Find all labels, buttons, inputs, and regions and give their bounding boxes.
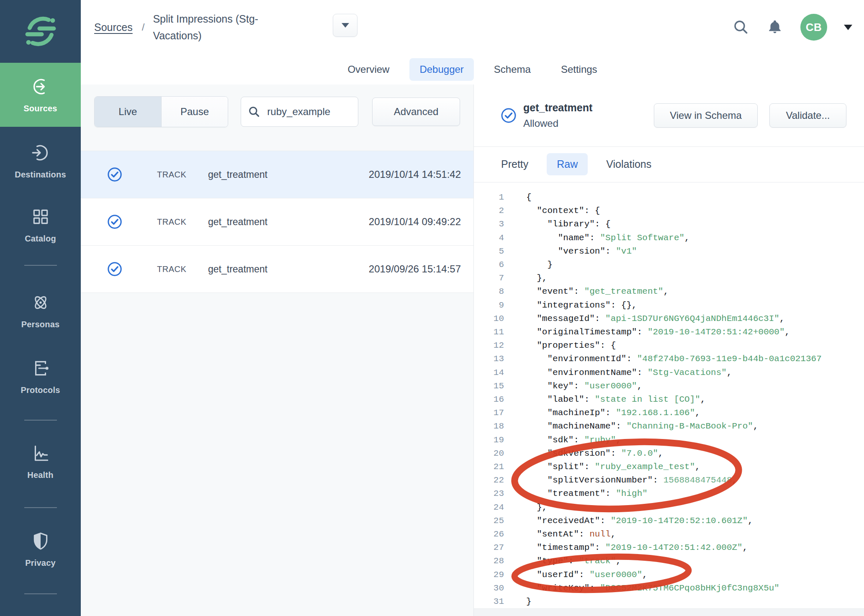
event-name: get_treatment xyxy=(208,169,369,180)
code-line: 17 "machineIp": "192.168.1.106", xyxy=(474,406,864,420)
search-icon[interactable] xyxy=(733,19,749,36)
code-line: 30 "writeKey": "D0C52M2K75TM6CPqo8bHKj0f… xyxy=(474,582,864,595)
event-type: TRACK xyxy=(157,170,195,180)
event-type: TRACK xyxy=(157,217,195,227)
event-row[interactable]: TRACKget_treatment2019/10/14 14:51:42 xyxy=(81,151,473,198)
check-circle-icon xyxy=(107,167,123,182)
line-number: 22 xyxy=(474,474,504,487)
panel-footer-strip xyxy=(474,608,864,616)
chevron-down-icon xyxy=(342,23,349,28)
event-type: TRACK xyxy=(157,264,195,274)
sidebar-divider xyxy=(24,507,57,508)
line-number: 31 xyxy=(474,595,504,608)
sidebar-item-label: Sources xyxy=(0,104,81,113)
code-line: 8 "event": "get_treatment", xyxy=(474,285,864,298)
code-line: 24 }, xyxy=(474,501,864,514)
code-line: 4 "name": "Split Software", xyxy=(474,231,864,245)
line-number: 1 xyxy=(474,191,504,204)
avatar[interactable]: CB xyxy=(800,14,827,41)
event-name: get_treatment xyxy=(208,216,369,228)
sidebar-item-privacy[interactable]: Privacy xyxy=(0,518,81,577)
header-actions: CB xyxy=(733,0,852,54)
tab-settings[interactable]: Settings xyxy=(551,58,607,81)
account-menu-caret-icon[interactable] xyxy=(844,25,852,30)
code-line: 18 "machineName": "Channing-B-MacBook-Pr… xyxy=(474,420,864,433)
code-line: 26 "sentAt": null, xyxy=(474,528,864,541)
code-line: 5 "version": "v1" xyxy=(474,245,864,258)
payload-tab-pretty[interactable]: Pretty xyxy=(491,153,538,175)
code-line: 31} xyxy=(474,595,864,608)
catalog-icon xyxy=(31,207,50,226)
advanced-button[interactable]: Advanced xyxy=(372,98,460,126)
event-name: get_treatment xyxy=(523,102,592,114)
line-number: 11 xyxy=(474,326,504,339)
validate-button[interactable]: Validate... xyxy=(769,103,846,128)
event-timestamp: 2019/09/26 15:14:57 xyxy=(369,263,461,275)
line-number: 23 xyxy=(474,487,504,501)
code-line: 3 "library": { xyxy=(474,218,864,231)
privacy-icon xyxy=(31,531,50,551)
live-toggle-button[interactable]: Live xyxy=(95,97,161,127)
sidebar-item-destinations[interactable]: Destinations xyxy=(0,130,81,188)
sidebar-item-health[interactable]: Health xyxy=(0,430,81,489)
line-number: 20 xyxy=(474,447,504,460)
sidebar-item-label: Catalog xyxy=(0,234,81,244)
code-line: 2 "context": { xyxy=(474,204,864,218)
code-line: 19 "sdk": "ruby", xyxy=(474,434,864,447)
line-number: 7 xyxy=(474,272,504,285)
sidebar-item-protocols[interactable]: Protocols xyxy=(0,345,81,404)
code-line: 28 "type": "track", xyxy=(474,554,864,568)
sidebar-item-label: Privacy xyxy=(0,558,81,568)
sidebar-divider xyxy=(24,420,57,421)
bell-icon[interactable] xyxy=(766,18,784,36)
view-in-schema-button[interactable]: View in Schema xyxy=(654,103,758,128)
raw-json-viewer[interactable]: 1{2 "context": {3 "library": {4 "name": … xyxy=(474,182,864,609)
sidebar: SourcesDestinationsCatalogPersonasProtoc… xyxy=(0,0,81,616)
sidebar-item-personas[interactable]: Personas xyxy=(0,280,81,338)
code-line: 20 "sdkVersion": "7.0.0", xyxy=(474,447,864,460)
event-name: get_treatment xyxy=(208,264,369,275)
top-header: Sources / Split Impressions (Stg-Vacatio… xyxy=(81,0,864,55)
code-line: 27 "timestamp": "2019-10-14T20:51:42.000… xyxy=(474,541,864,554)
source-switcher-button[interactable] xyxy=(333,14,357,37)
health-icon xyxy=(31,444,50,463)
pause-toggle-button[interactable]: Pause xyxy=(161,97,228,127)
line-number: 18 xyxy=(474,420,504,433)
segment-logo[interactable] xyxy=(0,0,81,63)
sidebar-item-catalog[interactable]: Catalog xyxy=(0,194,81,252)
sidebar-item-label: Health xyxy=(0,470,81,480)
line-number: 14 xyxy=(474,366,504,380)
sidebar-item-label: Protocols xyxy=(0,385,81,395)
event-row[interactable]: TRACKget_treatment2019/09/26 15:14:57 xyxy=(81,246,473,293)
line-number: 28 xyxy=(474,554,504,568)
tab-schema[interactable]: Schema xyxy=(484,58,541,81)
code-line: 11 "originalTimestamp": "2019-10-14T20:5… xyxy=(474,326,864,339)
line-number: 5 xyxy=(474,245,504,258)
code-line: 13 "environmentId": "48f274b0-7693-11e9-… xyxy=(474,352,864,366)
breadcrumb-separator: / xyxy=(142,21,145,33)
event-search-box xyxy=(241,97,358,127)
tab-debugger[interactable]: Debugger xyxy=(409,58,473,81)
debugger-list-panel: Live Pause Advanced TRACKget_treatment20… xyxy=(81,85,473,616)
live-pause-toggle: Live Pause xyxy=(94,96,228,127)
event-row[interactable]: TRACKget_treatment2019/10/14 09:49:22 xyxy=(81,198,473,246)
line-number: 12 xyxy=(474,339,504,352)
line-number: 21 xyxy=(474,460,504,474)
check-circle-icon xyxy=(500,107,517,124)
line-number: 30 xyxy=(474,582,504,595)
code-line: 15 "key": "user0000", xyxy=(474,380,864,393)
payload-tab-violations[interactable]: Violations xyxy=(596,153,661,175)
line-number: 15 xyxy=(474,380,504,393)
event-search-input[interactable] xyxy=(266,105,352,118)
tab-overview[interactable]: Overview xyxy=(337,58,399,81)
line-number: 29 xyxy=(474,568,504,582)
event-timestamp: 2019/10/14 09:49:22 xyxy=(369,216,461,228)
breadcrumb-sources-link[interactable]: Sources xyxy=(94,21,133,33)
event-detail-header: get_treatment Allowed View in Schema Val… xyxy=(474,85,864,147)
line-number: 26 xyxy=(474,528,504,541)
line-number: 27 xyxy=(474,541,504,554)
payload-tab-raw[interactable]: Raw xyxy=(547,153,588,175)
sidebar-item-sources[interactable]: Sources xyxy=(0,63,81,127)
code-line: 23 "treatment": "high" xyxy=(474,487,864,501)
event-rows: TRACKget_treatment2019/10/14 14:51:42TRA… xyxy=(81,151,473,293)
